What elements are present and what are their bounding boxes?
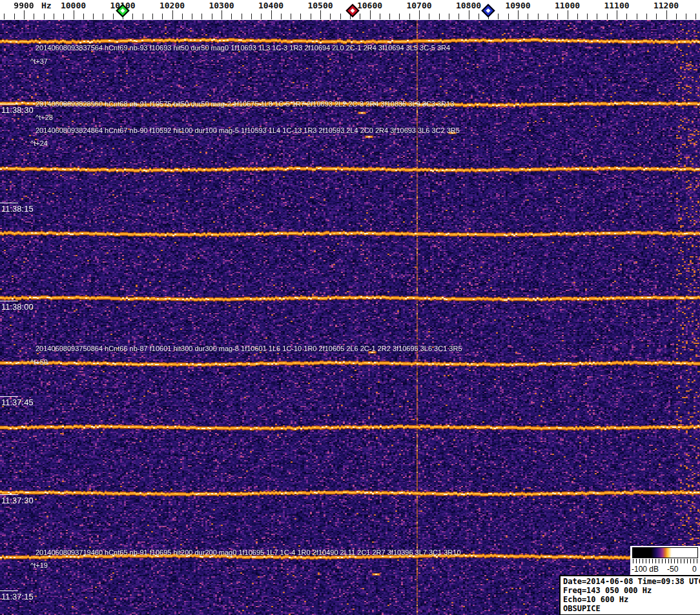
legend-scale-tick [633, 559, 633, 563]
marker-center-dot [120, 8, 125, 13]
ruler-minor-tick [300, 14, 301, 19]
ruler-frequency-label: 11000 [555, 1, 580, 10]
detection-time-offset: ^t+19 [30, 561, 48, 569]
ruler-minor-tick [242, 14, 242, 19]
legend-scale-tick [684, 559, 685, 563]
ruler-frequency-label: 9900 [14, 1, 34, 10]
legend-scale-tick [690, 559, 691, 563]
ruler-minor-tick [231, 14, 232, 19]
legend-scale-tick [677, 559, 678, 563]
time-axis-tick [0, 590, 18, 591]
ruler-minor-tick [399, 14, 400, 19]
time-axis-tick [0, 494, 18, 495]
legend-db-label: -50 [667, 565, 678, 574]
ruler-minor-tick [330, 14, 331, 19]
legend-scale-tick [662, 559, 663, 563]
ruler-minor-tick [646, 14, 647, 19]
ruler-minor-tick [54, 14, 54, 19]
legend-scale-tick [668, 559, 669, 563]
ruler-frequency-label: 10300 [209, 1, 234, 10]
ruler-minor-tick [34, 14, 34, 19]
ruler-minor-tick [409, 14, 410, 19]
ruler-frequency-label: 10600 [357, 1, 382, 10]
marker-blue-diamond-icon[interactable] [481, 4, 495, 17]
ruler-minor-tick [132, 14, 133, 19]
ruler-major-tick [74, 10, 74, 19]
ruler-minor-tick [695, 14, 696, 19]
ruler-minor-tick [63, 14, 64, 19]
ruler-minor-tick [212, 14, 212, 19]
legend-scale-tick [636, 559, 637, 563]
legend-scale-tick [646, 559, 646, 563]
ruler-minor-tick [597, 14, 597, 19]
ruler-minor-tick [143, 14, 143, 19]
ruler-minor-tick [103, 14, 103, 19]
ruler-major-tick [221, 10, 222, 19]
marker-center-dot [350, 8, 355, 13]
legend-scale-tick [694, 559, 694, 563]
ruler-minor-tick [577, 14, 578, 19]
detection-annotation: 20140608093750864 hCnt66 nb-87 f10601 hi… [36, 345, 462, 352]
ruler-minor-tick [261, 14, 262, 19]
time-label: 11:37:45 [1, 398, 34, 407]
legend-scale-tick [643, 559, 643, 563]
ruler-minor-tick [251, 14, 252, 19]
ruler-minor-tick [192, 14, 192, 19]
ruler-frequency-label: 10800 [456, 1, 481, 10]
info-box-line: Echo=10 600 Hz [563, 595, 700, 604]
ruler-minor-tick [439, 14, 440, 19]
ruler-minor-tick [389, 14, 390, 19]
ruler-minor-tick [162, 14, 163, 19]
legend-db-label: 0 [692, 565, 697, 574]
ruler-minor-tick [93, 14, 94, 19]
ruler-frequency-label: 10400 [258, 1, 283, 10]
ruler-major-tick [419, 10, 420, 19]
ruler-minor-tick [508, 14, 509, 19]
ruler-minor-tick [449, 14, 449, 19]
ruler-major-tick [518, 10, 519, 19]
ruler-frequency-label: 10000 [61, 1, 86, 10]
ruler-major-tick [666, 10, 667, 19]
ruler-frequency-label: 11200 [654, 1, 679, 10]
ruler-minor-tick [548, 14, 548, 19]
legend-scale-tick [674, 559, 675, 563]
color-gradient-bar [632, 547, 698, 558]
ruler-minor-tick [587, 14, 588, 19]
ruler-major-tick [320, 10, 321, 19]
time-axis-tick [0, 301, 18, 301]
ruler-minor-tick [340, 14, 341, 19]
ruler-minor-tick [637, 14, 637, 19]
marker-center-dot [486, 8, 491, 13]
ruler-minor-tick [656, 14, 657, 19]
ruler-minor-tick [538, 14, 539, 19]
ruler-minor-tick [380, 14, 380, 19]
ruler-minor-tick [676, 14, 677, 19]
ruler-minor-tick [498, 14, 499, 19]
detection-annotation: 20140608093719460 hCnt65 nb-91 f10695 hi… [36, 549, 461, 556]
ruler-major-tick [271, 10, 272, 19]
legend-scale-tick [649, 559, 650, 563]
ruler-minor-tick [607, 14, 608, 19]
legend-scale-tick [655, 559, 656, 563]
ruler-frequency-label: 10700 [406, 1, 431, 10]
ruler-minor-tick [311, 14, 311, 19]
ruler-minor-tick [113, 14, 114, 19]
ruler-major-tick [469, 10, 469, 19]
spectrogram-canvas [0, 20, 700, 615]
legend-scale-tick [697, 559, 697, 563]
ruler-minor-tick [152, 14, 153, 19]
ruler-minor-tick [44, 14, 45, 19]
info-box-line: Freq=143 050 000 Hz [563, 586, 700, 595]
legend-scale-tick [671, 559, 672, 563]
ruler-frequency-label: 10500 [307, 1, 333, 10]
ruler-major-tick [172, 10, 173, 19]
ruler-frequency-label: 10900 [505, 1, 530, 10]
legend-db-label: -100 dB [632, 565, 659, 574]
ruler-frequency-label: 10200 [160, 1, 185, 10]
time-axis-tick [0, 396, 18, 397]
ruler-minor-tick [291, 14, 291, 19]
ruler-minor-tick [479, 14, 479, 19]
frequency-unit-label: Hz [41, 1, 52, 10]
ruler-minor-tick [528, 14, 528, 19]
time-axis-tick [0, 104, 18, 105]
